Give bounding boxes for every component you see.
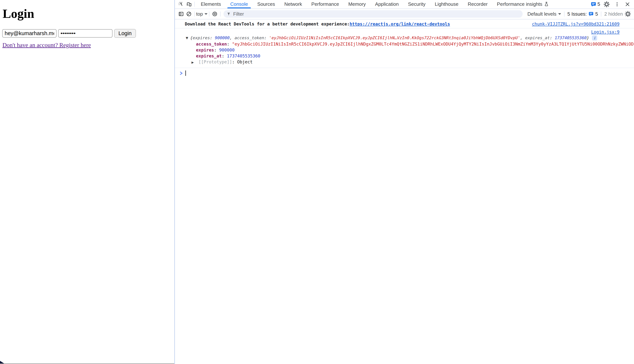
object-property-expires_at: expires_at: 1737405535360	[175, 53, 634, 59]
info-icon: i	[592, 35, 597, 40]
property-key: expires_at	[196, 54, 222, 58]
filter-input[interactable]: Filter	[224, 10, 522, 18]
devtools-tabs: ElementsConsoleSourcesNetworkPerformance…	[196, 0, 554, 8]
issues-count: 5	[595, 11, 598, 17]
tab-label: Recorder	[468, 1, 488, 7]
tab-label: Elements	[201, 1, 221, 7]
register-link[interactable]: Don't have an account? Register here	[2, 42, 91, 48]
preview-segment-punct: ,	[520, 36, 525, 40]
chevron-down-icon	[558, 13, 561, 15]
react-devtools-link[interactable]: https://reactjs.org/link/react-devtools	[350, 21, 450, 27]
preview-segment-punct: :	[210, 36, 215, 40]
clear-console-icon[interactable]	[185, 10, 193, 18]
preview-segment-number: 1737405535360	[554, 36, 586, 40]
tab-label: Memory	[348, 1, 366, 7]
info-message-text: Download the React DevTools for a better…	[185, 21, 350, 27]
login-page: Login Login Don't have an account? Regis…	[0, 0, 174, 364]
tab-label: Security	[408, 1, 426, 7]
inspect-element-icon[interactable]	[177, 1, 185, 8]
prototype-key: [[Prototype]]	[198, 60, 232, 64]
devtools-tabbar: ElementsConsoleSourcesNetworkPerformance…	[175, 0, 634, 9]
console-object-log: Login.jsx:9 ▼ {expires: 900000, access_t…	[175, 28, 634, 66]
console-output: Download the React DevTools for a better…	[175, 20, 634, 364]
object-properties: access_token: "eyJhbGciOiJIUzI1NiIsInR5c…	[175, 41, 634, 59]
prototype-row: ▶ [[Prototype]]: Object	[175, 59, 634, 66]
issues-counter[interactable]: 5 Issues: 5	[568, 11, 598, 17]
preview-segment-punct: :	[550, 36, 555, 40]
tabbar-right-controls: 5	[591, 1, 634, 8]
console-messages-badge[interactable]: 5	[591, 1, 600, 7]
tab-memory[interactable]: Memory	[344, 0, 370, 8]
settings-gear-icon[interactable]	[603, 1, 610, 8]
object-preview-segments: {expires: 900000, access_token: 'eyJhbGc…	[190, 35, 589, 41]
tab-performance-insights[interactable]: Performance insights	[492, 0, 554, 8]
more-options-icon[interactable]	[613, 1, 621, 8]
tab-label: Lighthouse	[435, 1, 458, 7]
object-property-expires: expires: 900000	[175, 47, 634, 53]
property-key: expires	[196, 48, 214, 52]
live-expression-eye-icon[interactable]	[211, 10, 219, 18]
tab-label: Sources	[257, 1, 275, 7]
close-icon[interactable]	[624, 1, 632, 8]
issues-label: 5 Issues:	[568, 11, 587, 17]
console-info-message: Download the React DevTools for a better…	[175, 20, 634, 28]
login-button[interactable]: Login	[114, 29, 136, 38]
divider	[220, 12, 220, 16]
chat-bubble-icon	[591, 2, 596, 7]
hidden-messages-label: 2 hidden	[604, 11, 623, 17]
tab-recorder[interactable]: Recorder	[463, 0, 492, 8]
filter-placeholder: Filter	[233, 11, 244, 17]
preview-segment-key: expires_at	[525, 36, 550, 40]
prompt-chevron-icon	[180, 71, 184, 75]
preview-segment-punct: :	[264, 36, 269, 40]
context-selector[interactable]: top	[196, 11, 208, 17]
email-field[interactable]	[2, 29, 56, 38]
tab-application[interactable]: Application	[370, 0, 403, 8]
tab-security[interactable]: Security	[404, 0, 430, 8]
page-title: Login	[2, 6, 174, 21]
console-toolbar: top Filter Default levels 5 Issues:	[175, 9, 634, 20]
tab-label: Performance insights	[497, 1, 542, 7]
preview-segment-key: access_token	[234, 36, 264, 40]
tab-lighthouse[interactable]: Lighthouse	[430, 0, 463, 8]
tab-label: Application	[375, 1, 398, 7]
tab-sources[interactable]: Sources	[253, 0, 280, 8]
prototype-value: Object	[237, 60, 253, 64]
tab-elements[interactable]: Elements	[196, 0, 226, 8]
preview-segment-number: 900000	[215, 36, 230, 40]
tab-label: Performance	[312, 1, 339, 7]
divider	[194, 2, 195, 7]
context-selector-label: top	[196, 11, 203, 17]
filter-funnel-icon	[226, 12, 231, 16]
tab-label: Network	[284, 1, 302, 7]
preview-segment-punct: {	[190, 36, 192, 40]
source-link-login-jsx[interactable]: Login.jsx:9	[591, 30, 620, 34]
log-levels-selector[interactable]: Default levels	[528, 11, 561, 17]
console-prompt[interactable]	[175, 68, 634, 76]
console-sidebar-icon[interactable]	[177, 10, 185, 18]
tab-console[interactable]: Console	[226, 0, 252, 8]
object-preview-row: ▼ {expires: 900000, access_token: 'eyJhb…	[175, 35, 634, 41]
source-link-chunk[interactable]: chunk-VIJJTZRL.js?v=960bd321:21609	[532, 21, 620, 27]
console-settings-gear-icon[interactable]	[624, 10, 632, 18]
collapse-triangle-icon[interactable]: ▼	[186, 35, 190, 41]
tab-network[interactable]: Network	[280, 0, 306, 8]
log-levels-label: Default levels	[528, 11, 556, 17]
dev-badge-corner[interactable]	[0, 361, 4, 364]
expand-triangle-icon[interactable]: ▶	[192, 60, 196, 66]
device-toolbar-icon[interactable]	[185, 1, 193, 8]
text-cursor	[185, 70, 186, 76]
login-form: Login	[2, 29, 136, 38]
preview-segment-string: 'eyJhbGciOiJIUzI1NiIsInR5cCI6IkpXVCJ9.ey…	[269, 36, 520, 40]
tab-performance[interactable]: Performance	[307, 0, 344, 8]
preview-segment-punct: }	[587, 36, 589, 40]
password-field[interactable]	[58, 29, 112, 38]
divider	[194, 12, 195, 16]
devtools-panel: ElementsConsoleSourcesNetworkPerformance…	[174, 0, 634, 364]
object-property-access_token: access_token: "eyJhbGciOiJIUzI1NiIsInR5c…	[175, 41, 634, 47]
flask-icon	[544, 2, 549, 7]
property-key: access_token	[196, 42, 227, 46]
property-value: 900000	[219, 48, 235, 52]
property-value: "eyJhbGciOiJIUzI1NiIsInR5cCI6IkpXVCJ9.ey…	[232, 42, 634, 46]
divider	[209, 12, 209, 16]
